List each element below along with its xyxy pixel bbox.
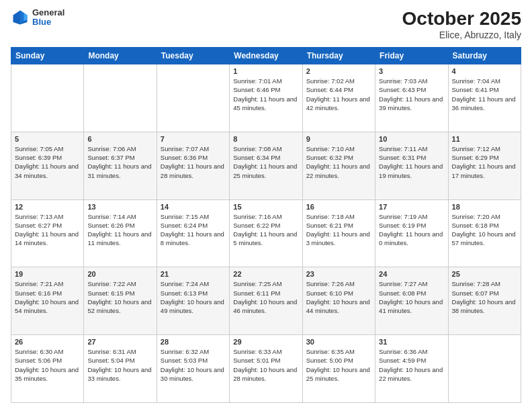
calendar-cell: 28 Sunrise: 6:32 AM Sunset: 5:03 PM Dayl… [157,335,229,403]
day-number: 14 [161,203,226,211]
day-info: Sunrise: 7:04 AM Sunset: 6:41 PM Dayligh… [452,77,517,112]
day-info: Sunrise: 7:20 AM Sunset: 6:18 PM Dayligh… [452,212,517,248]
calendar-week-row: 5 Sunrise: 7:05 AM Sunset: 6:39 PM Dayli… [11,132,521,199]
header: General Blue October 2025 Elice, Abruzzo… [11,8,521,40]
calendar-cell: 6 Sunrise: 7:06 AM Sunset: 6:37 PM Dayli… [84,132,157,199]
calendar-cell: 11 Sunrise: 7:12 AM Sunset: 6:29 PM Dayl… [448,132,521,199]
calendar-cell: 20 Sunrise: 7:22 AM Sunset: 6:15 PM Dayl… [84,267,157,335]
day-info: Sunrise: 7:22 AM Sunset: 6:15 PM Dayligh… [87,279,152,315]
day-info: Sunrise: 7:21 AM Sunset: 6:16 PM Dayligh… [15,279,80,315]
day-number: 27 [87,338,152,346]
day-of-week-header: Saturday [448,48,521,64]
day-number: 13 [87,203,152,211]
day-info: Sunrise: 7:18 AM Sunset: 6:21 PM Dayligh… [306,212,371,248]
day-number: 11 [452,135,517,143]
day-number: 21 [161,270,226,278]
day-header-row: SundayMondayTuesdayWednesdayThursdayFrid… [11,48,521,64]
calendar-week-row: 26 Sunrise: 6:30 AM Sunset: 5:06 PM Dayl… [11,335,521,403]
calendar-cell: 21 Sunrise: 7:24 AM Sunset: 6:13 PM Dayl… [157,267,229,335]
day-info: Sunrise: 7:15 AM Sunset: 6:24 PM Dayligh… [161,212,226,248]
day-info: Sunrise: 7:26 AM Sunset: 6:10 PM Dayligh… [306,279,371,315]
calendar-cell: 12 Sunrise: 7:13 AM Sunset: 6:27 PM Dayl… [11,199,84,267]
calendar-cell: 1 Sunrise: 7:01 AM Sunset: 6:46 PM Dayli… [230,64,302,132]
day-number: 3 [379,67,444,75]
calendar-cell: 22 Sunrise: 7:25 AM Sunset: 6:11 PM Dayl… [230,267,302,335]
calendar-cell: 7 Sunrise: 7:07 AM Sunset: 6:36 PM Dayli… [157,132,229,199]
day-number: 29 [233,338,298,346]
day-number: 22 [233,270,298,278]
calendar-cell: 27 Sunrise: 6:31 AM Sunset: 5:04 PM Dayl… [84,335,157,403]
day-number: 7 [161,135,226,143]
day-info: Sunrise: 7:01 AM Sunset: 6:46 PM Dayligh… [233,77,298,112]
calendar-week-row: 19 Sunrise: 7:21 AM Sunset: 6:16 PM Dayl… [11,267,521,335]
logo-icon [11,8,30,27]
day-number: 18 [452,203,517,211]
day-info: Sunrise: 6:30 AM Sunset: 5:06 PM Dayligh… [15,347,80,383]
calendar-cell: 26 Sunrise: 6:30 AM Sunset: 5:06 PM Dayl… [11,335,84,403]
day-number: 26 [15,338,80,346]
day-info: Sunrise: 7:08 AM Sunset: 6:34 PM Dayligh… [233,144,298,180]
day-of-week-header: Wednesday [230,48,302,64]
day-info: Sunrise: 6:33 AM Sunset: 5:01 PM Dayligh… [233,347,298,383]
day-info: Sunrise: 7:06 AM Sunset: 6:37 PM Dayligh… [87,144,152,180]
day-info: Sunrise: 6:31 AM Sunset: 5:04 PM Dayligh… [87,347,152,383]
day-info: Sunrise: 6:35 AM Sunset: 5:00 PM Dayligh… [306,347,371,383]
day-info: Sunrise: 7:07 AM Sunset: 6:36 PM Dayligh… [161,144,226,180]
calendar-cell: 29 Sunrise: 6:33 AM Sunset: 5:01 PM Dayl… [230,335,302,403]
day-of-week-header: Thursday [302,48,375,64]
day-number: 25 [452,270,517,278]
calendar-cell [448,335,521,403]
svg-marker-1 [24,13,27,21]
day-info: Sunrise: 7:27 AM Sunset: 6:08 PM Dayligh… [379,279,444,315]
calendar-cell: 17 Sunrise: 7:19 AM Sunset: 6:19 PM Dayl… [375,199,448,267]
day-number: 17 [379,203,444,211]
day-number: 16 [306,203,371,211]
day-info: Sunrise: 7:03 AM Sunset: 6:43 PM Dayligh… [379,77,444,112]
logo-text: General Blue [32,8,64,28]
day-info: Sunrise: 7:11 AM Sunset: 6:31 PM Dayligh… [379,144,444,180]
day-info: Sunrise: 6:32 AM Sunset: 5:03 PM Dayligh… [161,347,226,383]
calendar-cell: 18 Sunrise: 7:20 AM Sunset: 6:18 PM Dayl… [448,199,521,267]
day-number: 30 [306,338,371,346]
calendar-cell: 25 Sunrise: 7:28 AM Sunset: 6:07 PM Dayl… [448,267,521,335]
day-info: Sunrise: 7:02 AM Sunset: 6:44 PM Dayligh… [306,77,371,112]
calendar-cell [11,64,84,132]
calendar-cell: 16 Sunrise: 7:18 AM Sunset: 6:21 PM Dayl… [302,199,375,267]
day-info: Sunrise: 6:36 AM Sunset: 4:59 PM Dayligh… [379,347,444,383]
logo: General Blue [11,8,64,28]
calendar-cell: 5 Sunrise: 7:05 AM Sunset: 6:39 PM Dayli… [11,132,84,199]
day-number: 23 [306,270,371,278]
day-info: Sunrise: 7:24 AM Sunset: 6:13 PM Dayligh… [161,279,226,315]
calendar-cell [84,64,157,132]
calendar-cell: 23 Sunrise: 7:26 AM Sunset: 6:10 PM Dayl… [302,267,375,335]
day-number: 20 [87,270,152,278]
calendar-cell [157,64,229,132]
calendar-cell: 9 Sunrise: 7:10 AM Sunset: 6:32 PM Dayli… [302,132,375,199]
calendar-cell: 31 Sunrise: 6:36 AM Sunset: 4:59 PM Dayl… [375,335,448,403]
day-info: Sunrise: 7:05 AM Sunset: 6:39 PM Dayligh… [15,144,80,180]
day-of-week-header: Tuesday [157,48,229,64]
day-info: Sunrise: 7:14 AM Sunset: 6:26 PM Dayligh… [87,212,152,248]
day-info: Sunrise: 7:28 AM Sunset: 6:07 PM Dayligh… [452,279,517,315]
calendar-cell: 19 Sunrise: 7:21 AM Sunset: 6:16 PM Dayl… [11,267,84,335]
calendar-cell: 2 Sunrise: 7:02 AM Sunset: 6:44 PM Dayli… [302,64,375,132]
day-number: 8 [233,135,298,143]
calendar-table: SundayMondayTuesdayWednesdayThursdayFrid… [11,47,521,403]
day-info: Sunrise: 7:10 AM Sunset: 6:32 PM Dayligh… [306,144,371,180]
calendar-cell: 14 Sunrise: 7:15 AM Sunset: 6:24 PM Dayl… [157,199,229,267]
calendar-cell: 3 Sunrise: 7:03 AM Sunset: 6:43 PM Dayli… [375,64,448,132]
page: General Blue October 2025 Elice, Abruzzo… [0,0,532,411]
day-of-week-header: Monday [84,48,157,64]
day-number: 4 [452,67,517,75]
calendar-cell: 13 Sunrise: 7:14 AM Sunset: 6:26 PM Dayl… [84,199,157,267]
day-number: 2 [306,67,371,75]
calendar-week-row: 12 Sunrise: 7:13 AM Sunset: 6:27 PM Dayl… [11,199,521,267]
logo-blue: Blue [32,17,64,27]
calendar-week-row: 1 Sunrise: 7:01 AM Sunset: 6:46 PM Dayli… [11,64,521,132]
day-number: 5 [15,135,80,143]
day-info: Sunrise: 7:12 AM Sunset: 6:29 PM Dayligh… [452,144,517,180]
logo-general: General [32,8,64,17]
day-number: 15 [233,203,298,211]
day-of-week-header: Sunday [11,48,84,64]
day-number: 12 [15,203,80,211]
